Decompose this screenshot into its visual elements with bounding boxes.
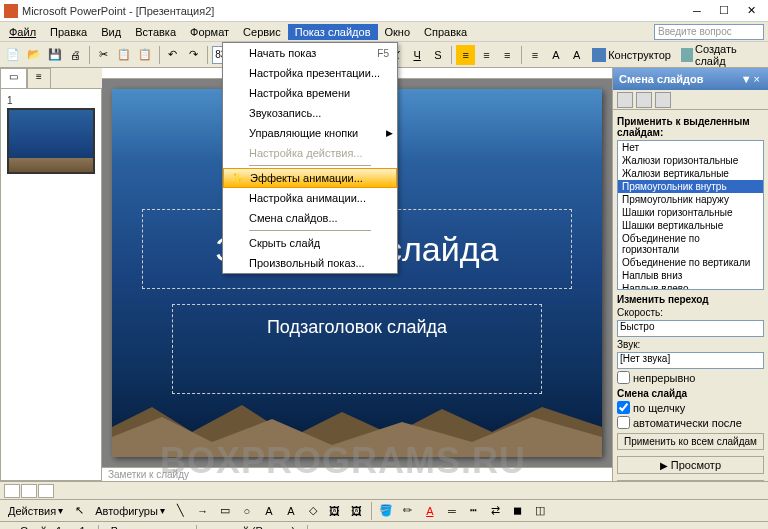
arrowstyle-icon[interactable]: ⇄ [486, 501, 506, 521]
print-icon[interactable]: 🖨 [66, 45, 85, 65]
increase-font-icon[interactable]: A [546, 45, 565, 65]
menu-file[interactable]: Файл [2, 24, 43, 40]
oval-icon[interactable]: ○ [237, 501, 257, 521]
save-icon[interactable]: 💾 [46, 45, 65, 65]
help-search-input[interactable]: Введите вопрос [654, 24, 764, 40]
slide-thumbnail-1[interactable] [7, 108, 95, 174]
menu-window[interactable]: Окно [378, 24, 418, 40]
minimize-button[interactable]: ─ [684, 2, 710, 20]
transition-item[interactable]: Объединение по вертикали [618, 256, 763, 269]
transition-item[interactable]: Шашки горизонтальные [618, 206, 763, 219]
bullets-icon[interactable]: ≡ [526, 45, 545, 65]
menu-item[interactable]: Скрыть слайд [223, 233, 397, 253]
wordart-icon[interactable]: A [281, 501, 301, 521]
shadow-icon[interactable]: S [429, 45, 448, 65]
designer-button[interactable]: Конструктор [588, 46, 675, 64]
new-slide-button[interactable]: Создать слайд [677, 41, 764, 69]
maximize-button[interactable]: ☐ [711, 2, 737, 20]
textbox-icon[interactable]: A [259, 501, 279, 521]
picture-icon[interactable]: 🖼 [347, 501, 367, 521]
modify-label: Изменить переход [617, 294, 764, 305]
auto-checkbox[interactable] [617, 416, 630, 429]
subtitle-placeholder[interactable]: Подзаголовок слайда [172, 304, 542, 394]
menu-slideshow[interactable]: Показ слайдов [288, 24, 378, 40]
menu-item[interactable]: Управляющие кнопки▶ [223, 123, 397, 143]
speed-select[interactable]: Быстро [617, 320, 764, 337]
transition-item[interactable]: Нет [618, 141, 763, 154]
redo-icon[interactable]: ↷ [184, 45, 203, 65]
transition-item[interactable]: Прямоугольник наружу [618, 193, 763, 206]
line-icon[interactable]: ╲ [171, 501, 191, 521]
diagram-icon[interactable]: ◇ [303, 501, 323, 521]
transition-list[interactable]: НетЖалюзи горизонтальныеЖалюзи вертикаль… [617, 140, 764, 290]
menu-insert[interactable]: Вставка [128, 24, 183, 40]
transition-item[interactable]: Жалюзи вертикальные [618, 167, 763, 180]
menu-tools[interactable]: Сервис [236, 24, 288, 40]
menu-item[interactable]: Настройка презентации... [223, 63, 397, 83]
menu-item[interactable]: Произвольный показ... [223, 253, 397, 273]
underline-icon[interactable]: Ч [408, 45, 427, 65]
menu-item[interactable]: Начать показF5 [223, 43, 397, 63]
align-right-icon[interactable]: ≡ [498, 45, 517, 65]
drawing-toolbar: Действия ▾ ↖ Автофигуры ▾ ╲ → ▭ ○ A A ◇ … [0, 499, 768, 521]
slides-tab[interactable]: ▭ [0, 68, 27, 88]
actions-menu[interactable]: Действия ▾ [4, 503, 67, 519]
fillcolor-icon[interactable]: 🪣 [376, 501, 396, 521]
normal-view-icon[interactable] [4, 484, 20, 498]
clipart-icon[interactable]: 🖼 [325, 501, 345, 521]
transition-item[interactable]: Наплыв влево [618, 282, 763, 290]
transition-item[interactable]: Жалюзи горизонтальные [618, 154, 763, 167]
transition-item[interactable]: Наплыв вниз [618, 269, 763, 282]
slideshow-button[interactable]: 🖵 Показ слайдов [617, 480, 764, 481]
fontcolor-icon[interactable]: A [420, 501, 440, 521]
onclick-checkbox[interactable] [617, 401, 630, 414]
copy-icon[interactable]: 📋 [115, 45, 134, 65]
arrow-icon[interactable]: → [193, 501, 213, 521]
transition-item[interactable]: Шашки вертикальные [618, 219, 763, 232]
3d-icon[interactable]: ◫ [530, 501, 550, 521]
new-icon[interactable]: 📄 [4, 45, 23, 65]
menu-item[interactable]: Настройка анимации... [223, 188, 397, 208]
undo-icon[interactable]: ↶ [164, 45, 183, 65]
rectangle-icon[interactable]: ▭ [215, 501, 235, 521]
nav-forward-icon[interactable] [636, 92, 652, 108]
advance-label: Смена слайда [617, 388, 764, 399]
shadow-style-icon[interactable]: ◼ [508, 501, 528, 521]
transition-item[interactable]: Объединение по горизонтали [618, 232, 763, 256]
select-icon[interactable]: ↖ [69, 501, 89, 521]
menu-item[interactable]: Звукозапись... [223, 103, 397, 123]
open-icon[interactable]: 📂 [25, 45, 44, 65]
linestyle-icon[interactable]: ═ [442, 501, 462, 521]
transition-item[interactable]: Прямоугольник внутрь [618, 180, 763, 193]
cut-icon[interactable]: ✂ [94, 45, 113, 65]
menu-item[interactable]: Настройка времени [223, 83, 397, 103]
autoshapes-menu[interactable]: Автофигуры ▾ [91, 503, 169, 519]
align-center-icon[interactable]: ≡ [477, 45, 496, 65]
close-button[interactable]: ✕ [738, 2, 764, 20]
linecolor-icon[interactable]: ✏ [398, 501, 418, 521]
menu-help[interactable]: Справка [417, 24, 474, 40]
menu-edit[interactable]: Правка [43, 24, 94, 40]
task-pane: Смена слайдов ▼ × Применить к выделенным… [612, 68, 768, 481]
taskpane-close-icon[interactable]: × [752, 73, 762, 85]
sorter-view-icon[interactable] [21, 484, 37, 498]
nav-home-icon[interactable] [655, 92, 671, 108]
menu-item[interactable]: Смена слайдов... [223, 208, 397, 228]
loop-checkbox[interactable] [617, 371, 630, 384]
menu-item[interactable]: ✨Эффекты анимации... [223, 168, 397, 188]
align-left-icon[interactable]: ≡ [456, 45, 475, 65]
play-button[interactable]: ▶ Просмотр [617, 456, 764, 474]
taskpane-dropdown-icon[interactable]: ▼ [741, 73, 752, 85]
paste-icon[interactable]: 📋 [136, 45, 155, 65]
apply-all-button[interactable]: Применить ко всем слайдам [617, 433, 764, 450]
thumbnail-list[interactable]: 1 [0, 88, 102, 481]
nav-back-icon[interactable] [617, 92, 633, 108]
dashstyle-icon[interactable]: ┅ [464, 501, 484, 521]
sound-select[interactable]: [Нет звука] [617, 352, 764, 369]
notes-pane[interactable]: Заметки к слайду [102, 467, 612, 481]
slideshow-view-icon[interactable] [38, 484, 54, 498]
outline-tab[interactable]: ≡ [27, 68, 51, 88]
menu-format[interactable]: Формат [183, 24, 236, 40]
decrease-font-icon[interactable]: A [567, 45, 586, 65]
menu-view[interactable]: Вид [94, 24, 128, 40]
